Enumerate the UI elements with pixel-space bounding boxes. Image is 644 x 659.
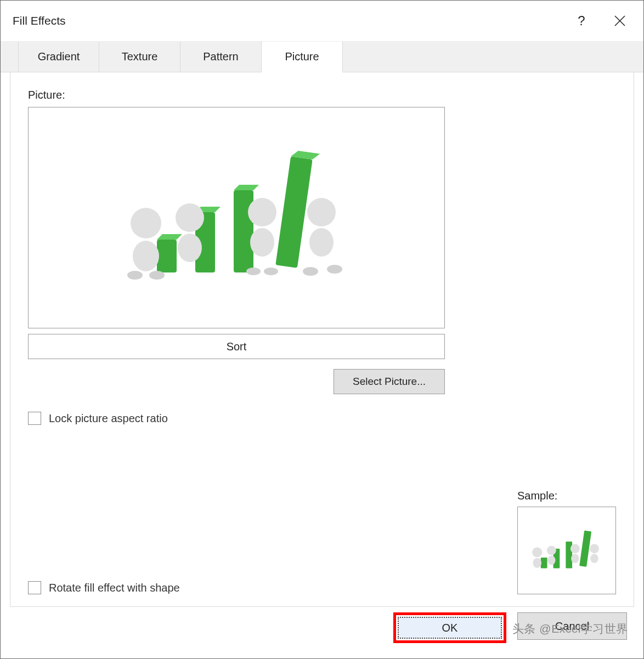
svg-point-7 — [149, 271, 165, 280]
tab-texture[interactable]: Texture — [99, 42, 180, 72]
svg-point-28 — [547, 546, 556, 555]
tab-pattern[interactable]: Pattern — [180, 42, 262, 72]
svg-point-5 — [133, 241, 159, 271]
sample-image-icon — [528, 526, 605, 575]
svg-point-10 — [176, 203, 204, 232]
picture-label: Picture: — [28, 89, 616, 101]
dialog-buttons: OK Cancel — [393, 612, 627, 643]
cancel-button[interactable]: Cancel — [517, 612, 627, 640]
svg-rect-24 — [541, 558, 547, 569]
svg-point-26 — [533, 558, 541, 568]
svg-point-31 — [570, 544, 580, 553]
svg-point-29 — [547, 555, 555, 565]
svg-point-6 — [127, 271, 143, 280]
svg-point-23 — [327, 265, 342, 274]
close-icon — [614, 15, 626, 27]
select-picture-button[interactable]: Select Picture... — [334, 369, 445, 394]
preview-image-icon — [118, 146, 354, 289]
tab-gradient[interactable]: Gradient — [18, 42, 99, 72]
titlebar: Fill Effects ? — [1, 1, 643, 41]
svg-rect-18 — [275, 156, 312, 268]
svg-point-17 — [264, 268, 278, 275]
svg-point-22 — [303, 267, 318, 276]
svg-point-25 — [532, 547, 542, 557]
help-button[interactable]: ? — [562, 4, 601, 37]
picture-preview — [28, 107, 445, 328]
ok-button[interactable]: OK — [398, 617, 502, 639]
svg-point-35 — [590, 554, 598, 563]
svg-rect-33 — [579, 531, 591, 567]
svg-point-4 — [131, 208, 161, 238]
sample-area: Sample: — [517, 490, 616, 594]
svg-point-14 — [248, 198, 276, 226]
svg-rect-30 — [566, 542, 572, 569]
svg-point-20 — [307, 198, 336, 226]
lock-aspect-checkbox[interactable] — [28, 412, 41, 425]
svg-rect-12 — [234, 190, 253, 272]
fill-effects-dialog: Fill Effects ? Gradient Texture Pattern … — [0, 0, 644, 659]
tab-row: Gradient Texture Pattern Picture — [1, 41, 643, 72]
svg-point-15 — [250, 228, 274, 257]
svg-rect-2 — [157, 240, 177, 272]
sample-preview — [517, 507, 616, 594]
rotate-label: Rotate fill effect with shape — [49, 582, 180, 594]
ok-button-highlight: OK — [393, 612, 506, 643]
svg-point-32 — [571, 554, 579, 563]
sample-label: Sample: — [517, 490, 616, 502]
svg-point-16 — [246, 268, 261, 275]
svg-marker-13 — [234, 185, 259, 190]
tab-picture[interactable]: Picture — [262, 42, 343, 72]
sort-button[interactable]: Sort — [28, 334, 445, 359]
rotate-checkbox[interactable] — [28, 581, 41, 594]
svg-point-34 — [590, 544, 599, 553]
dialog-title: Fill Effects — [13, 14, 562, 27]
svg-point-11 — [178, 234, 202, 262]
close-button[interactable] — [601, 4, 639, 37]
lock-aspect-label: Lock picture aspect ratio — [49, 412, 168, 425]
lock-aspect-checkbox-row[interactable]: Lock picture aspect ratio — [28, 412, 616, 425]
svg-marker-3 — [157, 234, 182, 240]
rotate-checkbox-row[interactable]: Rotate fill effect with shape — [28, 581, 180, 594]
picture-panel: Picture: — [10, 72, 634, 607]
svg-point-21 — [309, 228, 334, 257]
